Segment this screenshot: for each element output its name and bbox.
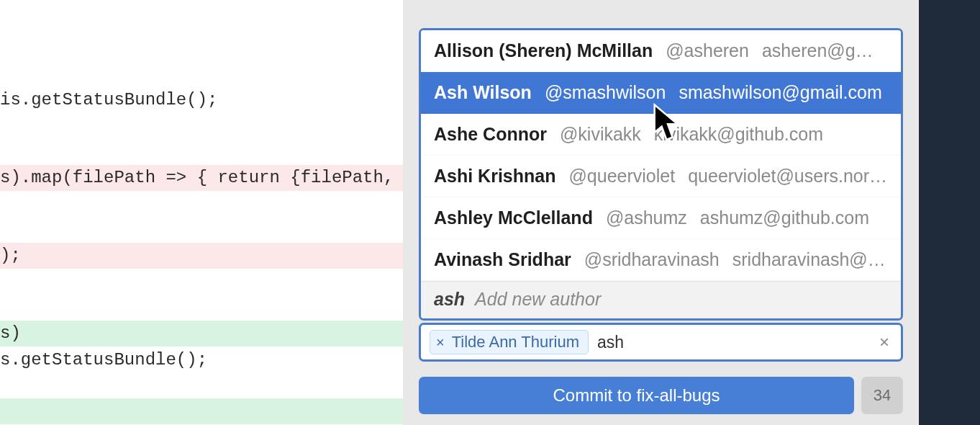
autocomplete-item-name: Allison (Sheren) McMillan <box>434 40 653 61</box>
code-line-deleted: s).map(filePath => { return {filePath, <box>0 165 403 191</box>
autocomplete-item-handle: @sridharavinash <box>584 249 720 270</box>
code-line: s.getStatusBundle(); <box>0 347 403 373</box>
code-line-deleted: ); <box>0 243 403 269</box>
autocomplete-item-name: Ash Wilson <box>434 82 532 103</box>
autocomplete-item-email: kivikakk@github.com <box>654 124 888 145</box>
autocomplete-item[interactable]: Ashley McClelland @ashumz ashumz@github.… <box>421 197 901 239</box>
coauthor-chip-name: Tilde Ann Thurium <box>452 333 579 352</box>
autocomplete-add-label: Add new author <box>475 289 601 310</box>
clear-input-icon[interactable]: × <box>876 332 892 352</box>
autocomplete-item[interactable]: Ashi Krishnan @queerviolet queerviolet@u… <box>421 156 901 197</box>
autocomplete-item-email: queerviolet@users.nore… <box>688 166 888 187</box>
autocomplete-item[interactable]: Avinash Sridhar @sridharavinash sridhara… <box>421 239 901 281</box>
autocomplete-item-name: Ashi Krishnan <box>434 166 555 187</box>
autocomplete-item-name: Ashley McClelland <box>434 207 593 228</box>
autocomplete-item-handle: @kivikakk <box>560 124 641 145</box>
coauthor-chip[interactable]: × Tilde Ann Thurium <box>430 330 589 354</box>
commit-panel: Allison (Sheren) McMillan @asheren asher… <box>403 0 919 425</box>
diff-hunk-2: s.getStatusBundle(); .map(filePath => { … <box>0 295 403 425</box>
autocomplete-add-term: ash <box>434 289 465 310</box>
coauthor-input[interactable]: × Tilde Ann Thurium × <box>419 323 903 362</box>
autocomplete-item-handle: @smashwilson <box>545 82 666 103</box>
commit-button[interactable]: Commit to fix-all-bugs <box>419 377 854 414</box>
autocomplete-item-email: asheren@gmail… <box>762 40 888 61</box>
autocomplete-item-name: Ashe Connor <box>434 124 547 145</box>
diff-pane: is.getStatusBundle(); s).map(filePath =>… <box>0 0 403 425</box>
coauthor-autocomplete: Allison (Sheren) McMillan @asheren asher… <box>419 28 903 321</box>
autocomplete-item-email: smashwilson@gmail.com <box>679 82 888 103</box>
autocomplete-item[interactable]: Ashe Connor @kivikakk kivikakk@github.co… <box>421 114 901 156</box>
autocomplete-item-selected[interactable]: Ash Wilson @smashwilson smashwilson@gmai… <box>421 72 901 114</box>
autocomplete-item-handle: @queerviolet <box>568 166 675 187</box>
autocomplete-item[interactable]: Allison (Sheren) McMillan @asheren asher… <box>421 30 901 72</box>
autocomplete-add-new-author[interactable]: ash Add new author <box>421 281 901 318</box>
autocomplete-item-handle: @ashumz <box>606 207 687 228</box>
commit-row: Commit to fix-all-bugs 34 <box>419 377 903 414</box>
autocomplete-item-email: ashumz@github.com <box>700 207 888 228</box>
autocomplete-item-name: Avinash Sridhar <box>434 249 571 270</box>
autocomplete-item-handle: @asheren <box>666 40 749 61</box>
coauthor-text-input[interactable] <box>597 333 868 352</box>
remove-chip-icon[interactable]: × <box>436 335 445 349</box>
code-line: is.getStatusBundle(); <box>0 87 403 113</box>
right-sidebar-strip <box>919 0 980 425</box>
commit-ahead-count[interactable]: 34 <box>861 377 903 414</box>
autocomplete-item-email: sridharavinash@us… <box>732 249 888 270</box>
